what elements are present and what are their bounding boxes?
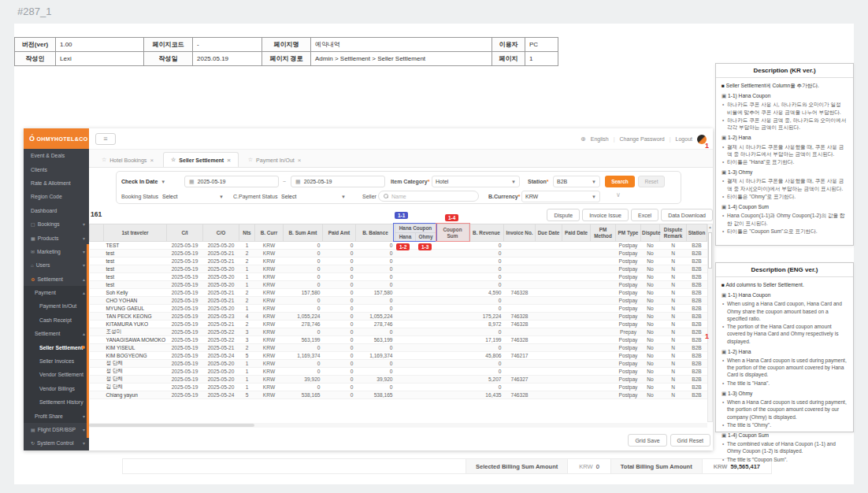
column-header-revenue[interactable]: B. Revenue <box>469 224 504 242</box>
sidebar-item-vendor-billings[interactable]: Vendor Billings <box>24 382 89 395</box>
table-row[interactable]: test2025-05-192025-05-212KRW0000PostpayN… <box>90 258 707 265</box>
sidebar-item-settlement[interactable]: Settlement▴ <box>24 327 89 340</box>
table-row[interactable]: 정 단체2025-05-192025-05-201KRW0000PostpayN… <box>90 368 707 376</box>
filter-collapse-chevron-icon[interactable]: ∨ <box>616 191 621 198</box>
column-header-check_out[interactable]: C/O <box>203 224 239 242</box>
table-row[interactable]: KIM YISEUL2025-05-192025-05-212KRW0000Po… <box>90 344 707 352</box>
sidebar-item-products[interactable]: ▦Products▾ <box>24 231 89 244</box>
sidebar-item-system-control[interactable]: ↻System Control▾ <box>24 436 89 450</box>
invoice-issue-button[interactable]: Invoice Issue <box>582 209 629 221</box>
sidebar-item-seller-settlement[interactable]: Seller Settlement <box>24 340 89 354</box>
table-row[interactable]: KITAMURA YUKO2025-05-192025-05-212KRW278… <box>90 321 707 328</box>
booking-status-select[interactable]: Select▼ <box>159 191 227 202</box>
table-row[interactable]: Soh Kelly2025-05-192025-05-212KRW157,580… <box>90 289 707 297</box>
menu-toggle-button[interactable]: ≡ <box>95 133 116 145</box>
scrollbar-thumb[interactable] <box>89 424 254 427</box>
table-row[interactable]: test2025-05-192025-05-212KRW0000PostpayN… <box>90 250 707 258</box>
sidebar-item-region-code[interactable]: Region Code <box>24 190 89 203</box>
reset-button[interactable]: Reset <box>638 176 665 187</box>
excel-button[interactable]: Excel <box>631 209 658 221</box>
logout-link[interactable]: Logout <box>676 136 692 142</box>
column-header-paid_amt[interactable]: Paid Amt <box>323 224 356 242</box>
table-row[interactable]: test2025-05-192025-05-201KRW0000PostpayN… <box>90 265 707 273</box>
column-header-select[interactable] <box>90 224 104 242</box>
date-type-select[interactable]: Check In Date▼ <box>121 176 165 187</box>
column-header-nights[interactable]: Nts <box>239 224 255 242</box>
seller-search-input[interactable]: Name <box>378 191 479 202</box>
date-from-input[interactable]: ▦2025-05-19 <box>184 176 279 187</box>
sidebar-item-profit-share[interactable]: Profit Share▾ <box>24 409 89 422</box>
column-header-hana-coupon-group[interactable]: Hana Coupon <box>395 224 436 233</box>
table-horizontal-scrollbar[interactable] <box>89 423 707 428</box>
column-header-sum_amt[interactable]: B. Sum Amt <box>284 224 323 242</box>
grid-reset-button[interactable]: Grid Reset <box>670 434 710 447</box>
sidebar-item-payment[interactable]: Payment▴ <box>24 286 89 299</box>
column-header-hana[interactable]: Hana <box>395 233 416 242</box>
sidebar-item-seller-invoices[interactable]: Seller Invoices <box>24 354 89 368</box>
search-button[interactable]: Search <box>605 176 635 187</box>
sidebar-item-bookings[interactable]: ▢Bookings▾ <box>24 217 89 231</box>
table-row[interactable]: YANAGISAWA MOMOKO2025-05-192025-05-223KR… <box>90 336 707 344</box>
item-category-select[interactable]: Hotel▼ <box>432 176 520 187</box>
column-header-check_in[interactable]: C/I <box>167 224 203 242</box>
sidebar-item-clients[interactable]: Clients <box>24 162 89 176</box>
column-header-invoice_no[interactable]: Invoice No. <box>504 224 536 242</box>
table-row[interactable]: 김 단체2025-05-192025-05-201KRW0000PostpayN… <box>90 384 707 391</box>
station-select[interactable]: B2B▼ <box>553 176 600 187</box>
star-icon[interactable]: ☆ <box>248 157 253 163</box>
table-row[interactable]: KIM BOGYEONG2025-05-192025-05-245KRW1,16… <box>90 352 707 360</box>
column-header-pm_method[interactable]: PM Method <box>591 224 616 242</box>
grid-save-button[interactable]: Grid Save <box>628 434 666 447</box>
column-header-traveler[interactable]: 1st traveler <box>104 224 167 242</box>
column-header-pm_type[interactable]: PM Type <box>616 224 641 242</box>
dispute-button[interactable]: Dispute <box>547 209 580 221</box>
column-header-ohmy[interactable]: Ohmy <box>416 233 436 242</box>
table-row[interactable]: TAN PECK KEONG2025-05-192025-05-234KRW1,… <box>90 313 707 321</box>
sidebar-item-payment-in-out[interactable]: Payment In/Out <box>24 299 89 313</box>
sidebar-item-settlement-history[interactable]: Settlement History <box>24 395 89 409</box>
language-select[interactable]: English <box>591 136 609 142</box>
column-header-coupon_sum[interactable]: Coupon Sum <box>436 224 469 242</box>
sidebar-item-dashboard[interactable]: Dashboard <box>24 204 89 217</box>
change-password-link[interactable]: Change Password <box>620 136 665 142</box>
column-header-dispute_remark[interactable]: Dispute Remark <box>660 224 687 242</box>
tab-hotel-bookings[interactable]: ☆Hotel Bookings× <box>94 152 161 167</box>
data-download-button[interactable]: Data Download <box>661 209 713 221</box>
scrollbar-thumb[interactable] <box>708 232 712 269</box>
sidebar-item-rate-allotment[interactable]: Rate & Allotment <box>24 176 89 190</box>
sidebar-item-settlement[interactable]: ⚙Settlement▴ <box>24 272 89 286</box>
table-vertical-scrollbar[interactable]: ▲ <box>707 224 713 422</box>
table-row[interactable]: Chiang yayun2025-05-192025-05-245KRW538,… <box>90 391 707 399</box>
cpayment-status-select[interactable]: Select▼ <box>278 191 349 202</box>
brand-logo[interactable]: ÓOHMYHOTEL&CO <box>24 128 89 149</box>
table-row[interactable]: MYUNG GAEUL2025-05-192025-05-201KRW0000P… <box>90 305 707 313</box>
date-to-input[interactable]: ▦2025-05-19 <box>291 176 385 187</box>
table-row[interactable]: 정 단체2025-05-192025-05-201KRW0000PostpayN… <box>90 360 707 368</box>
close-icon[interactable]: × <box>227 157 231 164</box>
column-header-currency[interactable]: B. Curr <box>255 224 284 242</box>
bcurrency-select[interactable]: KRW▼ <box>521 191 600 202</box>
column-header-paid_date[interactable]: Paid Date <box>562 224 591 242</box>
star-icon[interactable]: ☆ <box>171 157 176 163</box>
column-header-due_date[interactable]: Due Date <box>536 224 562 242</box>
scroll-up-arrow-icon[interactable]: ▲ <box>708 224 712 231</box>
sidebar-item-vendor-settlement[interactable]: Vendor Settlement <box>24 368 89 381</box>
tab-payment-in-out[interactable]: ☆Payment In/Out× <box>240 152 310 167</box>
table-row[interactable]: test2025-05-192025-05-201KRW0000PostpayN… <box>90 281 707 289</box>
close-icon[interactable]: × <box>150 157 154 164</box>
star-icon[interactable]: ☆ <box>102 157 106 163</box>
close-icon[interactable]: × <box>298 157 302 164</box>
table-row[interactable]: 조성미2025-05-192025-05-223KRW0000PrepayNoN… <box>90 328 707 336</box>
sidebar-item-marketing[interactable]: ✉Marketing▾ <box>24 245 89 258</box>
table-row[interactable]: test2025-05-192025-05-201KRW0000PostpayN… <box>90 273 707 281</box>
column-header-balance[interactable]: B. Balance <box>356 224 395 242</box>
sidebar-item-cash-receipt[interactable]: Cash Receipt <box>24 313 89 327</box>
column-header-station[interactable]: Station <box>687 224 707 242</box>
table-row[interactable]: 정 단체2025-05-192025-05-201KRW39,920039,92… <box>90 376 707 384</box>
sidebar-item-event-deals[interactable]: Event & Deals <box>24 149 89 162</box>
tab-seller-settlement[interactable]: ☆Seller Settlement× <box>163 152 239 167</box>
table-row[interactable]: CHO YOHAN2025-05-192025-05-212KRW0000Pos… <box>90 297 707 305</box>
sidebar-item-flight-dsr-bsp[interactable]: ▤Flight DSR/BSP▾ <box>24 423 89 436</box>
sidebar-item-users[interactable]: ⌂Users▾ <box>24 258 89 272</box>
column-header-dispute[interactable]: Dispute <box>641 224 660 242</box>
